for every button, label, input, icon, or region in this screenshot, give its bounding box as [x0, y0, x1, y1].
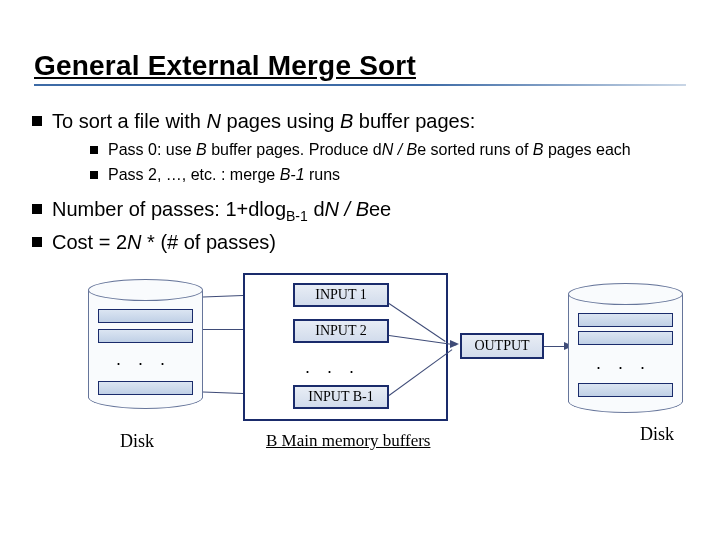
slide-body: To sort a file with N pages using B buff… [0, 108, 720, 459]
memory-buffers: INPUT 1 INPUT 2 . . . INPUT B-1 [243, 273, 448, 421]
disk-right-dots: . . . [596, 353, 651, 374]
sub-bullet-1: Pass 0: use B buffer pages. Produce dN /… [88, 140, 700, 161]
slide-title: General External Merge Sort [34, 50, 686, 82]
disk-left-dots: . . . [116, 349, 171, 370]
diagram: . . . Disk INPUT 1 INPUT 2 . . . INPUT B… [28, 269, 700, 459]
bullet-2: Number of passes: 1+dlogB-1 dN / Bee [28, 196, 700, 225]
disk-right-label: Disk [640, 424, 674, 445]
bullet-3: Cost = 2N * (# of passes) [28, 229, 700, 255]
disk-right: . . . [568, 283, 683, 413]
sub-bullet-2: Pass 2, …, etc. : merge B-1 runs [88, 165, 700, 186]
disk-left-label: Disk [120, 431, 154, 452]
output-buffer: OUTPUT [460, 333, 544, 359]
input-2-buffer: INPUT 2 [293, 319, 389, 343]
input-b-buffer: INPUT B-1 [293, 385, 389, 409]
bullet-1: To sort a file with N pages using B buff… [28, 108, 700, 186]
input-1-buffer: INPUT 1 [293, 283, 389, 307]
disk-left: . . . [88, 279, 203, 409]
memory-label: B Main memory buffers [266, 431, 430, 451]
title-underline [34, 84, 686, 86]
buffer-dots: . . . [305, 357, 360, 378]
